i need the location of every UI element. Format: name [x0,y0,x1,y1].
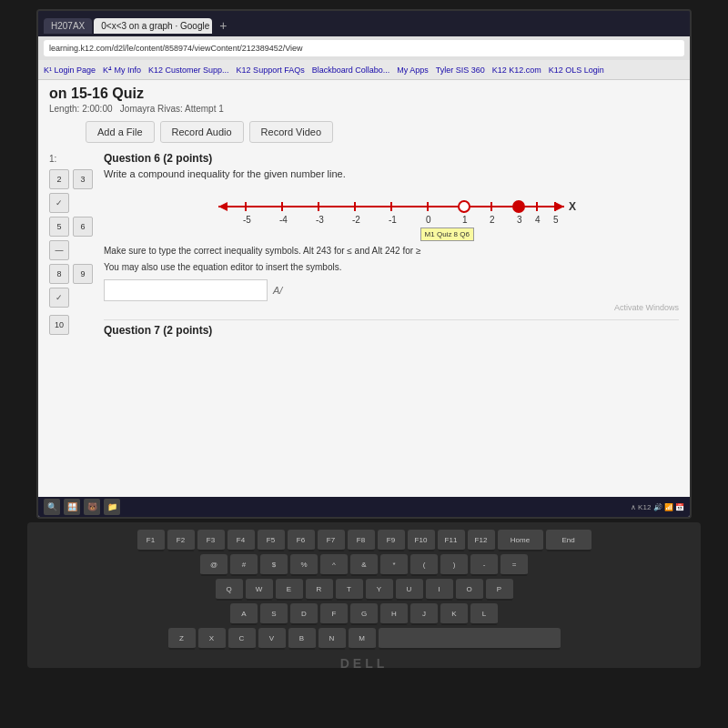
key-f6[interactable]: F6 [288,530,315,551]
key-p[interactable]: P [486,579,513,601]
bookmark-support-faqs[interactable]: K12 Support FAQs [237,66,305,75]
nav-btn-8[interactable]: 8 [49,264,69,284]
key-equals[interactable]: = [500,554,528,576]
bookmark-blackboard[interactable]: Blackboard Collabo... [312,66,390,75]
key-k[interactable]: K [440,603,468,625]
nav-dash-2[interactable]: — [49,240,69,260]
quiz-toolbar: Add a File Record Audio Record Video [86,121,679,143]
browser-chrome: H207AX 0<x<3 on a graph · Google Sear… +… [38,11,690,80]
key-x[interactable]: X [198,628,226,650]
key-o[interactable]: O [456,579,483,601]
bookmark-ols-login[interactable]: K12 OLS Login [549,66,604,75]
quiz-layout: 1: 2 3 ✓ 5 6 — 8 [49,152,679,337]
page-meta: Length: 2:00:00 Jomayra Rivas: Attempt 1 [49,104,679,114]
key-f9[interactable]: F9 [378,530,405,551]
svg-text:3: 3 [517,215,522,225]
key-ampersand[interactable]: & [350,554,378,576]
tab-h207ax[interactable]: H207AX [44,18,92,34]
svg-text:-3: -3 [316,215,324,225]
tab-google-search[interactable]: 0<x<3 on a graph · Google Sear… [94,18,212,34]
key-h[interactable]: H [380,603,408,625]
bookmark-k1-login[interactable]: K¹ Login Page [44,66,96,75]
keyboard-row-symbols: @ # $ % ^ & * ( ) - = [200,554,528,576]
taskbar-folder[interactable]: 📁 [104,499,120,515]
svg-text:-2: -2 [352,215,360,225]
key-space[interactable] [379,628,561,650]
key-g[interactable]: G [350,603,378,625]
key-f4[interactable]: F4 [228,530,255,551]
record-video-button[interactable]: Record Video [249,121,333,143]
bookmark-tyler-sis[interactable]: Tyler SIS 360 [436,66,485,75]
key-end[interactable]: End [546,530,592,551]
key-at[interactable]: @ [200,554,228,576]
key-minus[interactable]: - [470,554,498,576]
key-f8[interactable]: F8 [348,530,375,551]
svg-text:5: 5 [553,215,559,225]
nav-row-2-sub: — [49,240,95,260]
key-m[interactable]: M [349,628,376,650]
key-u[interactable]: U [396,579,423,601]
bookmark-my-apps[interactable]: My Apps [397,66,429,75]
nav-check-1[interactable]: ✓ [49,193,69,213]
question-7-header: Question 7 (2 points) [104,319,679,337]
answer-input[interactable] [104,279,268,301]
key-a[interactable]: A [230,603,258,625]
nav-row-1-sub: ✓ [49,193,95,213]
key-e[interactable]: E [276,579,303,601]
key-y[interactable]: Y [366,579,393,601]
key-rparen[interactable]: ) [440,554,468,576]
key-j[interactable]: J [410,603,438,625]
svg-text:0: 0 [426,215,431,225]
nav-btn-10[interactable]: 10 [49,315,69,335]
key-asterisk[interactable]: * [380,554,408,576]
key-f2[interactable]: F2 [167,530,195,551]
nav-btn-5[interactable]: 5 [49,217,69,237]
taskbar-windows[interactable]: 🪟 [64,499,80,515]
taskbar-search[interactable]: 🔍 [44,499,60,515]
key-f7[interactable]: F7 [318,530,345,551]
key-d[interactable]: D [290,603,318,625]
key-percent[interactable]: % [290,554,318,576]
key-t[interactable]: T [336,579,363,601]
key-c[interactable]: C [228,628,256,650]
bookmark-my-info[interactable]: K⁴ My Info [103,66,141,75]
key-lparen[interactable]: ( [410,554,438,576]
nav-btn-6[interactable]: 6 [73,217,93,237]
svg-text:-1: -1 [389,215,397,225]
key-s[interactable]: S [260,603,288,625]
nav-btn-9[interactable]: 9 [73,264,93,284]
key-f12[interactable]: F12 [468,530,495,551]
keyboard-area: F1 F2 F3 F4 F5 F6 F7 F8 F9 F10 F11 F12 H… [27,522,701,668]
bookmark-k12-com[interactable]: K12 K12.com [492,66,541,75]
add-file-button[interactable]: Add a File [86,121,155,143]
key-home[interactable]: Home [498,530,543,551]
new-tab-button[interactable]: + [214,18,232,33]
key-caret[interactable]: ^ [320,554,348,576]
nav-check-3[interactable]: ✓ [49,288,69,308]
nav-btn-2[interactable]: 2 [49,169,69,189]
key-dollar[interactable]: $ [260,554,288,576]
key-r[interactable]: R [306,579,333,601]
record-audio-button[interactable]: Record Audio [160,121,244,143]
key-i[interactable]: I [426,579,453,601]
key-n[interactable]: N [318,628,346,650]
key-f5[interactable]: F5 [258,530,285,551]
key-z[interactable]: Z [168,628,196,650]
address-bar[interactable]: learning.k12.com/d2l/le/content/858974/v… [44,40,684,56]
key-hash[interactable]: # [230,554,258,576]
key-f3[interactable]: F3 [197,530,225,551]
bookmark-customer-supp[interactable]: K12 Customer Supp... [148,66,229,75]
svg-text:2: 2 [490,215,495,225]
key-f[interactable]: F [320,603,348,625]
key-f11[interactable]: F11 [438,530,465,551]
taskbar-bear[interactable]: 🐻 [84,499,100,515]
key-v[interactable]: V [258,628,286,650]
key-f1[interactable]: F1 [137,530,165,551]
key-q[interactable]: Q [216,579,243,601]
key-l[interactable]: L [470,603,498,625]
tab-bar: H207AX 0<x<3 on a graph · Google Sear… + [38,11,690,36]
key-f10[interactable]: F10 [408,530,435,551]
key-b[interactable]: B [288,628,316,650]
key-w[interactable]: W [246,579,273,601]
nav-btn-3[interactable]: 3 [73,169,93,189]
